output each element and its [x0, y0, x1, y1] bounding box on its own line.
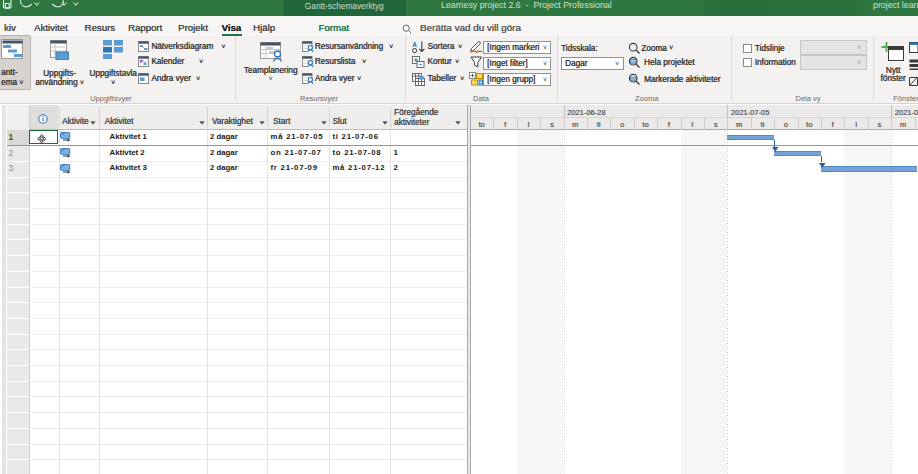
svg-text:A: A [412, 41, 417, 48]
